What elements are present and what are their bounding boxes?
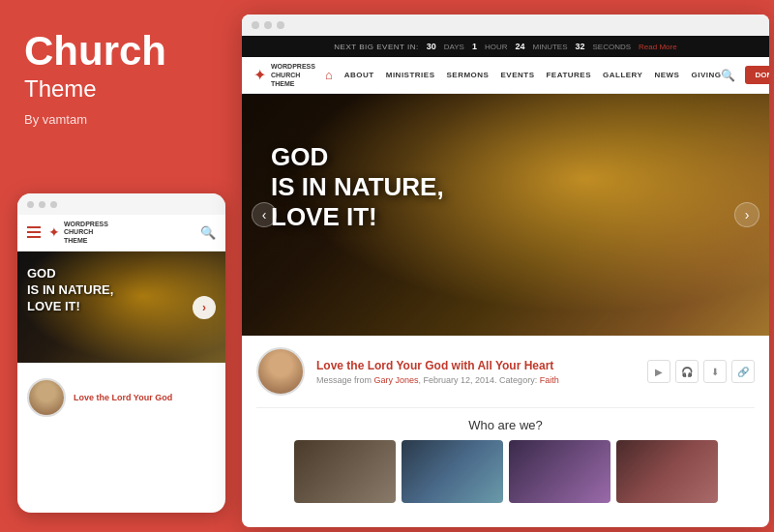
desktop-hero-line2: IS IN NATURE, (271, 172, 444, 202)
desktop-hero-line3: LOVE IT! (271, 202, 444, 232)
home-nav-icon[interactable]: ⌂ (325, 68, 333, 82)
desktop-event-bar: NEXT BIG EVENT IN: 30 DAYS 1 HOUR 24 MIN… (242, 36, 769, 57)
nav-link-about[interactable]: ABOUT (344, 71, 374, 79)
hero-next-arrow[interactable]: › (734, 202, 759, 227)
sermon-info: Love the Lord Your God with All Your Hea… (316, 359, 636, 385)
desktop-logo-icon: ✦ (253, 66, 266, 84)
event-read-more-link[interactable]: Read More (639, 43, 677, 51)
desktop-dot-3 (277, 21, 284, 29)
event-days-unit: DAYS (444, 43, 464, 51)
who-image-1-inner (294, 440, 396, 503)
desktop-logo-text: WORDPRESSCHURCHTHEME (271, 62, 315, 88)
event-hours-count: 1 (472, 42, 477, 51)
who-section: Who are we? (256, 418, 755, 503)
theme-author: By vamtam (24, 112, 213, 127)
sermon-meta: Message from Gary Jones, February 12, 20… (316, 375, 636, 385)
event-minutes-count: 24 (516, 42, 525, 51)
desktop-content-area: Love the Lord Your God with All Your Hea… (242, 336, 769, 515)
sermon-play-button[interactable]: ▶ (647, 360, 670, 383)
hamburger-icon[interactable] (27, 226, 41, 238)
sermon-row: Love the Lord Your God with All Your Hea… (256, 347, 755, 408)
desktop-hero-line1: GOD (271, 142, 444, 172)
nav-link-ministries[interactable]: MINISTRIES (386, 71, 435, 79)
hero-prev-arrow[interactable]: ‹ (252, 202, 277, 227)
who-image-2 (402, 440, 503, 503)
desktop-nav-right: 🔍 Donate (721, 66, 769, 84)
mobile-hero: GOD IS IN NATURE, LOVE IT! › (17, 251, 225, 363)
sermon-title[interactable]: Love the Lord Your God with All Your Hea… (316, 359, 636, 372)
donate-button[interactable]: Donate (745, 66, 769, 84)
mobile-sermon-title: Love the Lord Your God (74, 392, 172, 404)
who-image-1 (294, 440, 396, 503)
nav-link-giving[interactable]: GIVING (691, 71, 721, 79)
sermon-category: Faith (540, 375, 559, 385)
event-days-count: 30 (427, 42, 436, 51)
sermon-author: Gary Jones (374, 375, 419, 385)
mobile-hero-text: GOD IS IN NATURE, LOVE IT! (27, 266, 113, 315)
nav-link-events[interactable]: EVENTS (500, 71, 534, 79)
event-hours-unit: HOUR (485, 43, 508, 51)
mobile-logo-icon: ✦ (48, 224, 60, 240)
mobile-hero-line3: LOVE IT! (27, 299, 113, 315)
who-image-3-inner (509, 440, 610, 503)
mobile-search-icon[interactable]: 🔍 (200, 225, 216, 240)
theme-subtitle: Theme (24, 75, 213, 103)
mobile-sermon-avatar (27, 378, 66, 417)
desktop-logo: ✦ WORDPRESSCHURCHTHEME (253, 62, 315, 88)
mobile-avatar-row: Love the Lord Your God (27, 378, 216, 417)
mobile-dot-3 (50, 201, 57, 208)
event-minutes-unit: MINUTES (533, 43, 568, 51)
mobile-dot-1 (27, 201, 34, 208)
mobile-content: Love the Lord Your God (17, 363, 225, 427)
desktop-mockup: NEXT BIG EVENT IN: 30 DAYS 1 HOUR 24 MIN… (242, 15, 769, 527)
desktop-dot-1 (252, 21, 259, 29)
desktop-hero-text: GOD IS IN NATURE, LOVE IT! (271, 142, 444, 233)
nav-link-gallery[interactable]: GALLERY (603, 71, 642, 79)
event-bar-label: NEXT BIG EVENT IN: (334, 43, 418, 51)
sermon-audio-button[interactable]: 🎧 (675, 360, 699, 383)
desktop-hero: GOD IS IN NATURE, LOVE IT! ‹ › (242, 94, 769, 336)
mobile-mockup: ✦ WORDPRESSCHURCHTHEME 🔍 GOD IS IN NATUR… (17, 193, 225, 513)
who-image-4-inner (616, 440, 718, 503)
who-title: Who are we? (256, 418, 755, 432)
who-image-2-inner (402, 440, 503, 503)
mobile-nav-left: ✦ WORDPRESSCHURCHTHEME (27, 221, 108, 245)
desktop-dot-2 (264, 21, 272, 29)
sermon-download-button[interactable]: ⬇ (703, 360, 727, 383)
who-image-4 (616, 440, 718, 503)
desktop-search-icon[interactable]: 🔍 (721, 69, 735, 82)
mobile-logo-text: WORDPRESSCHURCHTHEME (64, 221, 108, 245)
mobile-nav: ✦ WORDPRESSCHURCHTHEME 🔍 (17, 215, 225, 251)
mobile-top-bar (17, 193, 225, 215)
who-image-3 (509, 440, 610, 503)
mobile-hero-line2: IS IN NATURE, (27, 282, 113, 299)
sermon-speaker-avatar (256, 347, 305, 396)
sermon-action-icons: ▶ 🎧 ⬇ 🔗 (647, 360, 755, 383)
desktop-top-bar (242, 15, 769, 36)
left-panel: Church Theme By vamtam ✦ WORDPRESSCHURCH… (0, 0, 237, 532)
mobile-hero-next-arrow[interactable]: › (193, 296, 216, 319)
who-images-row (256, 440, 755, 503)
mobile-dot-2 (39, 201, 45, 208)
desktop-nav: ✦ WORDPRESSCHURCHTHEME ⌂ ABOUT MINISTRIE… (242, 57, 769, 94)
mobile-hero-line1: GOD (27, 266, 113, 282)
desktop-nav-links: ⌂ ABOUT MINISTRIES SERMONS EVENTS FEATUR… (325, 68, 722, 82)
event-seconds-unit: SECONDS (593, 43, 632, 51)
mobile-logo-area: ✦ WORDPRESSCHURCHTHEME (48, 221, 108, 245)
event-seconds-count: 32 (576, 42, 585, 51)
nav-link-news[interactable]: NEWS (654, 71, 679, 79)
nav-link-sermons[interactable]: SERMONS (447, 71, 490, 79)
sermon-link-button[interactable]: 🔗 (731, 360, 755, 383)
nav-link-features[interactable]: FEATURES (546, 71, 591, 79)
theme-title: Church (24, 29, 213, 74)
